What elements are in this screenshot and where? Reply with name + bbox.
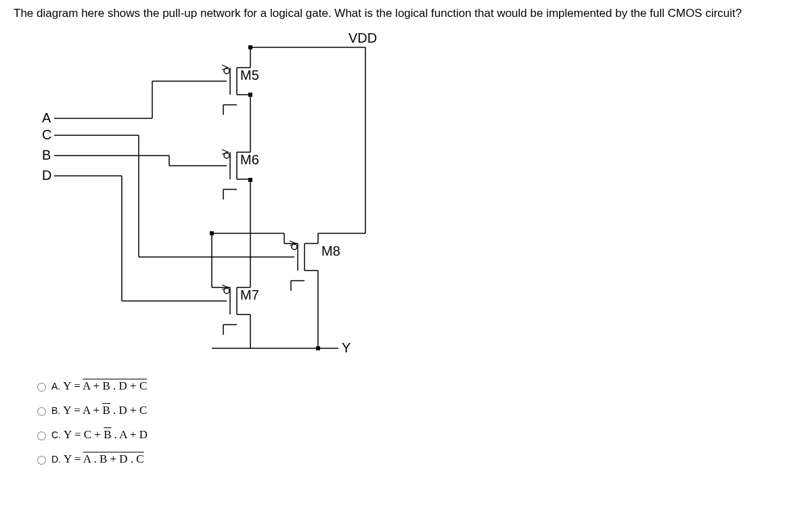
option-a-radio[interactable] — [37, 383, 46, 392]
label-d: D — [42, 168, 51, 183]
option-c-radio[interactable] — [37, 431, 46, 440]
answer-options: A. Y = A + B . D + C B. Y = A + B . D + … — [34, 379, 798, 466]
label-vdd: VDD — [348, 30, 377, 46]
label-m7: M7 — [240, 287, 259, 303]
option-d-letter: D. — [51, 454, 61, 465]
label-a: A — [42, 110, 51, 126]
label-m8: M8 — [321, 243, 340, 259]
option-d[interactable]: D. Y = A . B + D . C — [34, 452, 798, 466]
option-a-letter: A. — [51, 381, 60, 392]
label-b: B — [42, 147, 51, 163]
option-c-text: Y = C + B . A + D — [64, 428, 148, 442]
option-d-text: Y = A . B + D . C — [64, 452, 144, 466]
label-c: C — [42, 127, 51, 143]
option-d-radio[interactable] — [37, 456, 46, 465]
option-b-text: Y = A + B . D + C — [63, 404, 147, 417]
label-m6: M6 — [240, 152, 259, 168]
question-text: The diagram here shows the pull-up netwo… — [14, 7, 798, 20]
option-c-letter: C. — [51, 429, 61, 440]
option-b-radio[interactable] — [37, 407, 46, 416]
option-b[interactable]: B. Y = A + B . D + C — [34, 404, 798, 417]
svg-rect-11 — [248, 93, 252, 97]
option-a-text: Y = A + B . D + C — [63, 379, 147, 393]
label-m5: M5 — [240, 68, 259, 83]
circuit-diagram: VDD A C B D M5 M6 M7 M8 Y — [34, 30, 440, 369]
label-y: Y — [342, 340, 351, 356]
option-a[interactable]: A. Y = A + B . D + C — [34, 379, 798, 393]
option-c[interactable]: C. Y = C + B . A + D — [34, 428, 798, 442]
option-b-letter: B. — [51, 405, 60, 416]
